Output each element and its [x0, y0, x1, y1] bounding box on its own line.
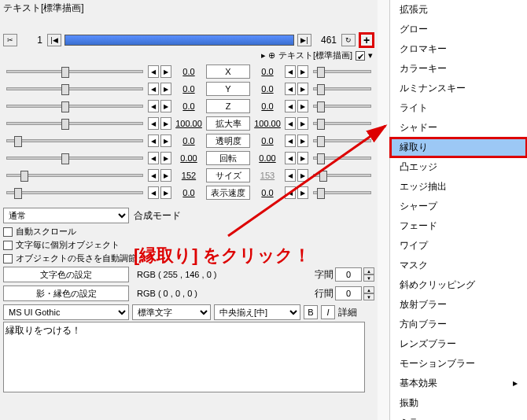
arrow-left-icon[interactable]: ◀: [148, 186, 159, 199]
arrow-left-icon[interactable]: ◀: [285, 100, 296, 112]
param-slider-right[interactable]: [313, 105, 371, 108]
arrow-right-icon[interactable]: ▶: [160, 134, 171, 147]
param-label-button[interactable]: Z: [206, 99, 250, 113]
arrow-left-icon[interactable]: ◀: [285, 117, 296, 130]
arrow-left-icon[interactable]: ◀: [285, 152, 296, 164]
param-slider-right[interactable]: [313, 122, 371, 125]
param-slider-left[interactable]: [6, 157, 143, 160]
arrow-right-icon[interactable]: ▶: [297, 152, 308, 164]
param-value-right[interactable]: 0.0: [252, 67, 283, 76]
arrow-left-icon[interactable]: ◀: [148, 83, 159, 95]
param-value-left[interactable]: 0.0: [173, 101, 205, 111]
menu-item[interactable]: クロマキー: [390, 39, 527, 59]
param-slider-left[interactable]: [6, 105, 143, 108]
checkbox[interactable]: [3, 241, 13, 250]
menu-item[interactable]: ルミナンスキー: [390, 79, 527, 98]
param-value-left[interactable]: 0.0: [173, 136, 205, 146]
menu-item[interactable]: カラーキー: [390, 59, 527, 79]
menu-item[interactable]: シャープ: [390, 197, 527, 216]
param-label-button[interactable]: Y: [206, 82, 250, 96]
arrow-left-icon[interactable]: ◀: [148, 117, 159, 130]
param-slider-right[interactable]: [313, 174, 371, 177]
param-slider-left[interactable]: [6, 122, 143, 125]
arrow-left-icon[interactable]: ◀: [285, 83, 296, 95]
arrow-left-icon[interactable]: ◀: [148, 134, 159, 147]
param-value-right[interactable]: 153: [252, 171, 283, 180]
font-select[interactable]: MS UI Gothic: [3, 304, 129, 320]
spin-up-icon[interactable]: ▲: [363, 267, 374, 274]
menu-item[interactable]: ミラー: [390, 413, 527, 420]
menu-item[interactable]: 拡張元: [390, 0, 527, 20]
tl-cut-icon[interactable]: ✂: [3, 34, 17, 46]
param-label-button[interactable]: 表示速度: [206, 186, 250, 200]
param-slider-left[interactable]: [6, 87, 143, 90]
blend-mode-select[interactable]: 通常: [3, 208, 129, 223]
menu-item[interactable]: エッジ抽出: [390, 177, 527, 197]
param-value-right[interactable]: 0.0: [252, 136, 283, 146]
param-value-left[interactable]: 0.0: [173, 84, 205, 94]
seek-start-icon[interactable]: |◀: [47, 34, 61, 46]
menu-item[interactable]: 凸エッジ: [390, 157, 527, 177]
arrow-right-icon[interactable]: ▶: [297, 186, 308, 199]
char-type-select[interactable]: 標準文字: [132, 304, 211, 320]
seek-end-icon[interactable]: ▶|: [297, 34, 311, 46]
param-slider-right[interactable]: [313, 87, 371, 90]
menu-item[interactable]: 斜めクリッピング: [390, 275, 527, 295]
align-select[interactable]: 中央揃え[中]: [214, 304, 300, 320]
param-slider-right[interactable]: [313, 157, 371, 160]
arrow-left-icon[interactable]: ◀: [285, 186, 296, 199]
arrow-left-icon[interactable]: ◀: [285, 134, 296, 147]
arrow-right-icon[interactable]: ▶: [297, 134, 308, 147]
spin-down-icon[interactable]: ▼: [363, 293, 374, 300]
param-label-button[interactable]: 回転: [206, 151, 250, 165]
arrow-left-icon[interactable]: ◀: [285, 65, 296, 78]
menu-item[interactable]: ワイプ: [390, 236, 527, 256]
menu-item[interactable]: フェード: [390, 216, 527, 236]
param-value-right[interactable]: 0.00: [252, 153, 283, 163]
menu-item[interactable]: 放射ブラー: [390, 295, 527, 315]
param-label-button[interactable]: 透明度: [206, 134, 250, 148]
menu-item[interactable]: レンズブラー: [390, 334, 527, 354]
checkbox[interactable]: [3, 254, 13, 263]
arrow-right-icon[interactable]: ▶: [160, 100, 171, 112]
text-color-button[interactable]: 文字色の設定: [3, 267, 129, 282]
menu-item[interactable]: 縁取り: [390, 138, 527, 157]
text-input[interactable]: [3, 322, 365, 392]
arrow-left-icon[interactable]: ◀: [148, 152, 159, 164]
italic-button[interactable]: I: [321, 305, 335, 319]
arrow-right-icon[interactable]: ▶: [297, 117, 308, 130]
arrow-left-icon[interactable]: ◀: [148, 169, 159, 182]
param-slider-right[interactable]: [313, 70, 371, 73]
param-label-button[interactable]: サイズ: [206, 168, 250, 182]
arrow-right-icon[interactable]: ▶: [297, 100, 308, 112]
param-value-left[interactable]: 0.00: [173, 153, 205, 163]
param-value-left[interactable]: 0.0: [173, 188, 205, 197]
arrow-right-icon[interactable]: ▶: [160, 169, 171, 182]
header-checkbox[interactable]: ✔: [356, 51, 365, 61]
spin-down-icon[interactable]: ▼: [363, 274, 374, 282]
loop-icon[interactable]: ↻: [341, 34, 356, 46]
menu-item[interactable]: シャドー: [390, 118, 527, 138]
menu-item[interactable]: モーションブラー: [390, 354, 527, 374]
param-value-right[interactable]: 0.0: [252, 188, 283, 197]
menu-item[interactable]: 方向ブラー: [390, 315, 527, 334]
shadow-color-button[interactable]: 影・縁色の設定: [3, 286, 129, 301]
arrow-left-icon[interactable]: ◀: [285, 169, 296, 182]
arrow-right-icon[interactable]: ▶: [160, 186, 171, 199]
param-slider-left[interactable]: [6, 70, 143, 73]
param-slider-left[interactable]: [6, 174, 143, 177]
param-slider-left[interactable]: [6, 191, 143, 194]
timeline-bar[interactable]: [64, 35, 294, 46]
param-slider-left[interactable]: [6, 139, 143, 142]
spin-up-icon[interactable]: ▲: [363, 286, 374, 293]
arrow-right-icon[interactable]: ▶: [297, 65, 308, 78]
param-label-button[interactable]: X: [206, 64, 250, 79]
param-value-right[interactable]: 0.0: [252, 84, 283, 94]
arrow-left-icon[interactable]: ◀: [148, 100, 159, 112]
arrow-right-icon[interactable]: ▶: [297, 169, 308, 182]
arrow-right-icon[interactable]: ▶: [160, 152, 171, 164]
menu-item[interactable]: 基本効果▶: [390, 374, 527, 393]
menu-item[interactable]: ライト: [390, 98, 527, 118]
param-value-left[interactable]: 100.00: [173, 119, 205, 128]
bold-button[interactable]: B: [304, 305, 318, 319]
